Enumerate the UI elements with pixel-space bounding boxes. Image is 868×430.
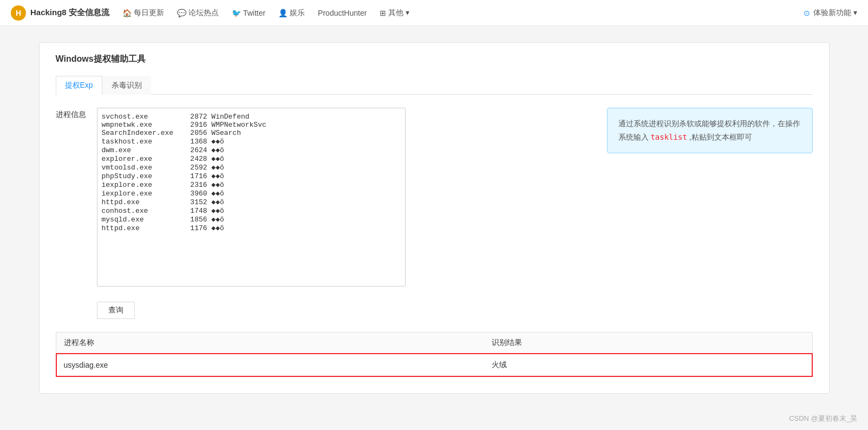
grid-icon: ⊞ bbox=[380, 9, 386, 17]
results-table: 进程名称 识别结果 usysdiag.exe火绒 bbox=[56, 333, 812, 376]
nav-producthunter[interactable]: ProductHunter bbox=[318, 9, 367, 17]
cell-process-name: usysdiag.exe bbox=[56, 354, 485, 377]
nav-entertainment[interactable]: 👤 娱乐 bbox=[278, 8, 305, 18]
brand-name: Hacking8 安全信息流 bbox=[30, 8, 109, 18]
query-button[interactable]: 查询 bbox=[97, 302, 135, 319]
info-text-part2: ,粘贴到文本框即可 bbox=[687, 133, 752, 141]
nav-forum[interactable]: 💬 论坛热点 bbox=[177, 8, 219, 18]
home-icon: 🏠 bbox=[122, 9, 132, 17]
chat-icon: 💬 bbox=[177, 9, 186, 17]
nav-other-label: 其他 ▾ bbox=[388, 8, 409, 18]
page-title: Windows提权辅助工具 bbox=[56, 54, 813, 65]
table-row: usysdiag.exe火绒 bbox=[56, 354, 812, 377]
tab-kill[interactable]: 杀毒识别 bbox=[102, 76, 151, 95]
process-section-label: 进程信息 bbox=[56, 108, 88, 319]
twitter-icon: 🐦 bbox=[232, 9, 241, 17]
nav-forum-label: 论坛热点 bbox=[188, 8, 219, 18]
nav-producthunter-label: ProductHunter bbox=[318, 9, 367, 17]
nav-right-label: 体验新功能 ▾ bbox=[813, 8, 857, 18]
col-result: 识别结果 bbox=[484, 333, 812, 354]
content-row: 进程信息 查询 通过系统进程识别杀软或能够提权利用的软件，在操作系统输入 tas… bbox=[56, 108, 813, 319]
nav-other[interactable]: ⊞ 其他 ▾ bbox=[380, 8, 409, 18]
tab-priv[interactable]: 提权Exp bbox=[56, 76, 102, 95]
person-icon: 👤 bbox=[278, 9, 288, 17]
brand[interactable]: H Hacking8 安全信息流 bbox=[11, 5, 109, 21]
left-section: 进程信息 查询 bbox=[56, 108, 591, 319]
cell-result: 火绒 bbox=[484, 354, 812, 377]
nav-daily-label: 每日更新 bbox=[134, 8, 164, 18]
process-textarea[interactable] bbox=[97, 108, 406, 286]
nav-right-btn[interactable]: ⊙ 体验新功能 ▾ bbox=[804, 8, 857, 18]
info-code-word: tasklist bbox=[650, 133, 687, 141]
results-section: 进程名称 识别结果 usysdiag.exe火绒 bbox=[56, 332, 813, 377]
tabs: 提权Exp 杀毒识别 bbox=[56, 76, 813, 95]
brand-icon: H bbox=[11, 5, 26, 21]
nav-twitter-label: Twitter bbox=[243, 9, 265, 17]
col-process-name: 进程名称 bbox=[56, 333, 485, 354]
nav-twitter[interactable]: 🐦 Twitter bbox=[232, 9, 265, 17]
nav-entertainment-label: 娱乐 bbox=[290, 8, 305, 18]
main-container: Windows提权辅助工具 提权Exp 杀毒识别 进程信息 查询 通过系统进程识… bbox=[39, 42, 830, 394]
info-box: 通过系统进程识别杀软或能够提权利用的软件，在操作系统输入 tasklist ,粘… bbox=[607, 108, 813, 153]
settings-circle-icon: ⊙ bbox=[804, 9, 810, 17]
navbar: H Hacking8 安全信息流 🏠 每日更新 💬 论坛热点 🐦 Twitter… bbox=[0, 0, 868, 26]
nav-daily[interactable]: 🏠 每日更新 bbox=[122, 8, 164, 18]
